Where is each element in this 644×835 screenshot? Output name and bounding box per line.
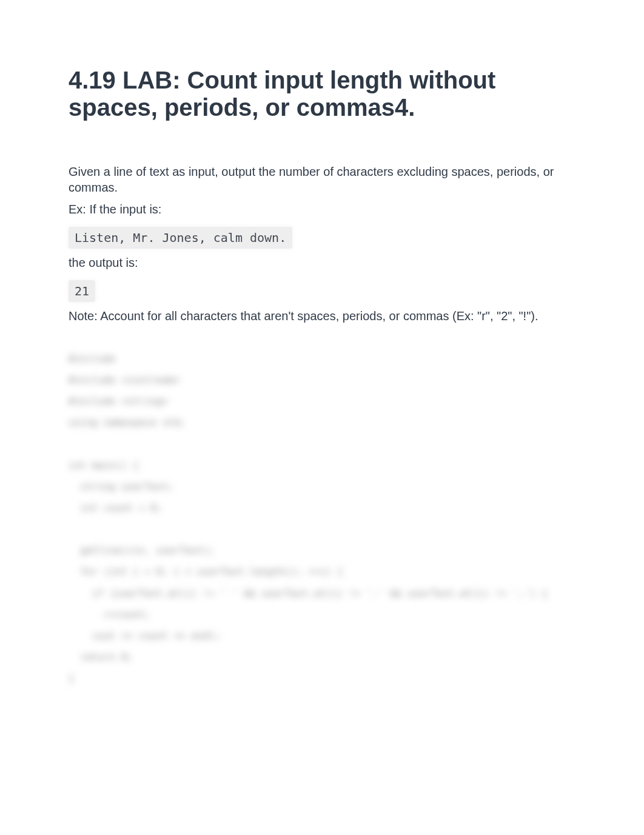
example-output-code: 21 <box>69 280 95 302</box>
example-input-code: Listen, Mr. Jones, calm down. <box>69 227 292 249</box>
note-text: Note: Account for all characters that ar… <box>69 308 577 324</box>
page-title: 4.19 LAB: Count input length without spa… <box>69 67 577 121</box>
intro-text: Given a line of text as input, output th… <box>69 164 577 195</box>
output-label: the output is: <box>69 255 577 270</box>
example-input-label: Ex: If the input is: <box>69 201 577 217</box>
document-page: 4.19 LAB: Count input length without spa… <box>0 0 644 835</box>
blurred-code-block: #include #include <iostream> #include <s… <box>69 348 577 689</box>
